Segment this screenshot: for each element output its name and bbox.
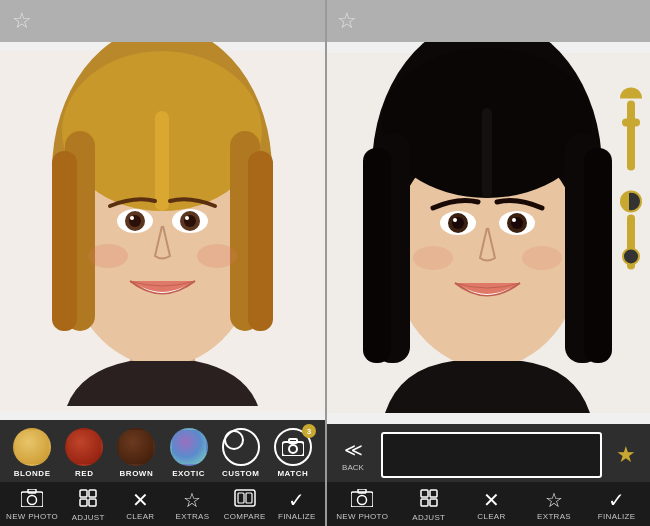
slider-controls (620, 87, 642, 269)
blonde-label: BLONDE (14, 469, 51, 478)
exotic-circle[interactable] (170, 428, 208, 466)
custom-inner-ring (224, 430, 244, 450)
red-circle[interactable] (65, 428, 103, 466)
slider-1-top-icon (620, 87, 642, 98)
right-clear-icon: ✕ (483, 490, 500, 510)
camera-icon (21, 489, 43, 510)
svg-rect-29 (89, 499, 96, 506)
right-top-bar: ☆ (325, 0, 650, 42)
adjust-icon (78, 488, 98, 511)
match-badge: 3 (302, 424, 316, 438)
svg-rect-40 (363, 148, 391, 363)
blonde-circle[interactable] (13, 428, 51, 466)
right-toolbar-clear[interactable]: ✕ CLEAR (469, 490, 513, 521)
color-option-brown[interactable]: BROWN (117, 428, 155, 478)
toolbar-new-photo[interactable]: NEW PHOTO (6, 489, 58, 521)
toolbar-adjust[interactable]: ADJUST (66, 488, 110, 522)
slider-1-container (620, 87, 642, 170)
left-favorite-icon[interactable]: ☆ (12, 8, 32, 34)
red-label: RED (75, 469, 93, 478)
toolbar-compare[interactable]: COMPARE (223, 489, 267, 521)
svg-point-52 (522, 246, 562, 270)
right-finalize-label: FINALIZE (598, 512, 636, 521)
custom-circle[interactable] (222, 428, 260, 466)
right-star-button[interactable]: ★ (608, 437, 644, 473)
svg-rect-9 (248, 151, 273, 331)
right-face-image (325, 42, 650, 424)
extras-icon: ☆ (183, 490, 201, 510)
right-panel: ☆ (325, 0, 650, 526)
match-label: MATCH (277, 469, 308, 478)
slider-2-track[interactable] (627, 214, 635, 269)
adjust-label: ADJUST (72, 513, 105, 522)
right-toolbar-finalize[interactable]: ✓ FINALIZE (595, 490, 639, 521)
match-camera-icon (282, 438, 304, 456)
svg-point-46 (453, 218, 457, 222)
color-option-blonde[interactable]: BLONDE (13, 428, 51, 478)
slider-2-container (620, 190, 642, 269)
svg-rect-5 (155, 111, 169, 211)
left-face-image (0, 42, 325, 420)
color-option-red[interactable]: RED (65, 428, 103, 478)
app-container: ☆ (0, 0, 650, 526)
color-option-exotic[interactable]: EXOTIC (170, 428, 208, 478)
right-toolbar-extras[interactable]: ☆ EXTRAS (532, 490, 576, 521)
color-preview-box (381, 432, 602, 478)
svg-point-21 (289, 445, 297, 453)
right-extras-label: EXTRAS (537, 512, 571, 521)
left-photo-area (0, 42, 325, 420)
star-filled-icon: ★ (616, 442, 636, 468)
new-photo-label: NEW PHOTO (6, 512, 58, 521)
slider-2-top-icon (620, 190, 642, 212)
right-toolbar-new-photo[interactable]: NEW PHOTO (336, 489, 388, 521)
right-bottom-toolbar: NEW PHOTO ADJUST ✕ CLEAR ☆ EXTRAS ✓ FINA… (325, 482, 650, 526)
svg-rect-42 (584, 148, 612, 363)
right-toolbar-adjust[interactable]: ADJUST (407, 488, 451, 522)
svg-rect-56 (421, 490, 428, 497)
right-photo-area (325, 42, 650, 424)
slider-1-handle[interactable] (622, 118, 640, 126)
match-circle[interactable]: 3 (274, 428, 312, 466)
right-favorite-icon[interactable]: ☆ (337, 8, 357, 34)
slider-1-track[interactable] (627, 100, 635, 170)
right-new-photo-label: NEW PHOTO (336, 512, 388, 521)
right-adjust-icon (419, 488, 439, 511)
right-clear-label: CLEAR (477, 512, 505, 521)
finalize-label: FINALIZE (278, 512, 316, 521)
right-extras-icon: ☆ (545, 490, 563, 510)
toolbar-clear[interactable]: ✕ CLEAR (118, 490, 162, 521)
brown-label: BROWN (120, 469, 154, 478)
right-bottom-controls: ≪ BACK ★ (325, 424, 650, 482)
color-option-custom[interactable]: CUSTOM (222, 428, 260, 478)
svg-rect-58 (421, 499, 428, 506)
color-options-bar: BLONDE RED BROWN EXOTIC CUST (0, 420, 325, 482)
back-chevron-icon: ≪ (344, 439, 363, 461)
back-label: BACK (342, 463, 364, 472)
color-option-match[interactable]: 3 MATCH (274, 428, 312, 478)
svg-rect-38 (482, 108, 492, 198)
svg-point-24 (28, 496, 37, 505)
svg-point-17 (185, 216, 189, 220)
toolbar-finalize[interactable]: ✓ FINALIZE (275, 490, 319, 521)
svg-point-13 (130, 216, 134, 220)
extras-label: EXTRAS (176, 512, 210, 521)
compare-label: COMPARE (224, 512, 266, 521)
panel-divider (325, 0, 327, 526)
left-top-bar: ☆ (0, 0, 325, 42)
svg-rect-59 (430, 499, 437, 506)
svg-point-18 (88, 244, 128, 268)
svg-rect-32 (246, 493, 252, 503)
svg-rect-28 (80, 499, 87, 506)
compare-icon (234, 489, 256, 510)
svg-point-54 (358, 496, 367, 505)
slider-2-handle[interactable] (622, 247, 640, 265)
svg-rect-25 (28, 489, 36, 493)
brown-circle[interactable] (117, 428, 155, 466)
left-bottom-toolbar: NEW PHOTO ADJUST ✕ CLEAR ☆ EXTRAS COMP (0, 482, 325, 526)
svg-rect-31 (238, 493, 244, 503)
svg-point-50 (512, 218, 516, 222)
back-button[interactable]: ≪ BACK (331, 439, 375, 472)
finalize-icon: ✓ (288, 490, 305, 510)
right-finalize-icon: ✓ (608, 490, 625, 510)
toolbar-extras[interactable]: ☆ EXTRAS (170, 490, 214, 521)
